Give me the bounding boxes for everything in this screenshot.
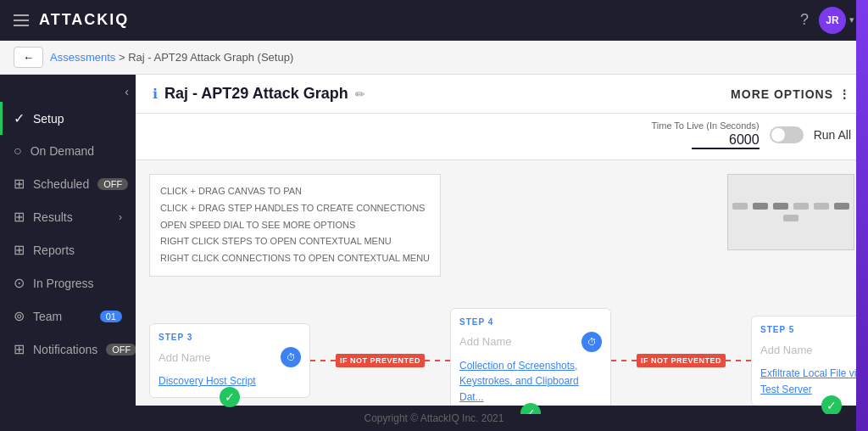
- in-progress-icon: ⊙: [14, 275, 25, 291]
- controls-row: Time To Live (In Seconds) Run All: [136, 114, 868, 160]
- mini-map-dots: [728, 203, 854, 221]
- connector-1: IF NOT PREVENTED: [310, 354, 450, 367]
- step-5-header: Add Name ⏱: [760, 339, 868, 360]
- assessments-link[interactable]: Assessments: [50, 51, 115, 64]
- step-3-link[interactable]: Discovery Host Script: [159, 375, 256, 387]
- connector-2: IF NOT PREVENTED: [611, 354, 751, 367]
- content-area: ℹ Raj - APT29 Attack Graph ✏ MORE OPTION…: [136, 75, 868, 431]
- step-card-5: STEP 5 Add Name ⏱ Exfiltrate Local File …: [751, 316, 868, 406]
- notifications-icon: ⊞: [14, 341, 25, 357]
- steps-row: STEP 3 Add Name ⏱ Discovery Host Script …: [149, 308, 868, 414]
- mini-map-dot: [783, 215, 798, 221]
- help-icon[interactable]: ?: [800, 11, 809, 29]
- dashed-line-3: [611, 360, 637, 361]
- results-icon: ⊞: [14, 209, 25, 225]
- page-header: ℹ Raj - APT29 Attack Graph ✏ MORE OPTION…: [136, 75, 868, 114]
- run-all-toggle[interactable]: [770, 126, 804, 143]
- sidebar: ‹ ✓ Setup ○ On Demand ⊞ Scheduled OFF ⊞ …: [0, 75, 136, 431]
- step-4-check: ✓: [520, 403, 541, 414]
- mini-map: [727, 174, 854, 250]
- mini-map-dot: [814, 203, 829, 210]
- run-all-label: Run All: [814, 128, 851, 142]
- sidebar-item-label-results: Results: [33, 210, 73, 224]
- step-3-name: Add Name: [159, 351, 210, 364]
- sidebar-item-reports[interactable]: ⊞ Reports: [0, 233, 136, 266]
- team-badge: 01: [100, 311, 122, 322]
- step-5-number: STEP 5: [760, 325, 868, 334]
- nav-left: ATTACKIQ: [14, 11, 129, 29]
- sidebar-item-in-progress[interactable]: ⊙ In Progress: [0, 266, 136, 299]
- instruction-4: RIGHT CLICK STEPS TO OPEN CONTEXTUAL MEN…: [160, 233, 430, 250]
- results-expand-icon: ›: [119, 211, 122, 223]
- sidebar-item-scheduled[interactable]: ⊞ Scheduled OFF: [0, 167, 136, 200]
- sidebar-item-label-on-demand: On Demand: [31, 144, 94, 158]
- mini-map-dot: [773, 203, 788, 210]
- more-options-label: MORE OPTIONS: [731, 87, 833, 101]
- breadcrumb-separator: >: [119, 51, 125, 64]
- sidebar-item-results[interactable]: ⊞ Results ›: [0, 200, 136, 233]
- back-button[interactable]: ←: [14, 47, 43, 68]
- breadcrumb-bar: ← Assessments > Raj - APT29 Attack Graph…: [0, 41, 868, 75]
- step-3-number: STEP 3: [159, 333, 301, 342]
- instructions-box: CLICK + DRAG CANVAS TO PAN CLICK + DRAG …: [149, 174, 441, 277]
- user-menu[interactable]: JR ▾: [819, 7, 854, 34]
- sidebar-collapse-button[interactable]: ‹: [125, 85, 129, 98]
- step-5-link[interactable]: Exfiltrate Local File via DNS to Test Se…: [760, 367, 868, 395]
- instruction-5: RIGHT CLICK CONNECTIONS TO OPEN CONTEXTU…: [160, 250, 430, 267]
- edit-icon[interactable]: ✏: [355, 87, 365, 101]
- if-not-prevented-1: IF NOT PREVENTED: [336, 354, 425, 367]
- step-5-name: Add Name: [760, 344, 812, 356]
- page-title: Raj - APT29 Attack Graph: [164, 85, 348, 103]
- nav-right: ? JR ▾: [800, 7, 854, 34]
- ttl-input[interactable]: [692, 132, 760, 149]
- if-not-prevented-2: IF NOT PREVENTED: [637, 354, 726, 367]
- step-3-check: ✓: [220, 387, 240, 407]
- page-title-row: ℹ Raj - APT29 Attack Graph ✏: [153, 85, 365, 103]
- mini-map-dot: [732, 203, 748, 210]
- step-4-name: Add Name: [459, 335, 511, 348]
- more-options-icon: ⋮: [838, 87, 851, 101]
- step-5-check: ✓: [821, 395, 842, 414]
- step-4-number: STEP 4: [459, 317, 602, 327]
- step-4-header: Add Name ⏱: [459, 332, 602, 352]
- breadcrumb-current: Raj - APT29 Attack Graph (Setup): [128, 51, 293, 64]
- sidebar-item-label-reports: Reports: [33, 243, 75, 257]
- step-3-clock[interactable]: ⏱: [281, 347, 301, 367]
- sidebar-item-label-team: Team: [33, 310, 62, 323]
- avatar: JR: [819, 7, 846, 34]
- sidebar-item-setup[interactable]: ✓ Setup: [0, 102, 136, 135]
- sidebar-item-notifications[interactable]: ⊞ Notifications OFF: [0, 333, 136, 366]
- mini-map-dot: [834, 203, 849, 210]
- sidebar-item-label-in-progress: In Progress: [33, 277, 94, 290]
- dashed-line-1: [310, 360, 336, 361]
- sidebar-item-on-demand[interactable]: ○ On Demand: [0, 135, 136, 167]
- step-3-header: Add Name ⏱: [159, 347, 301, 367]
- sidebar-item-label-setup: Setup: [33, 112, 64, 126]
- step-4-clock[interactable]: ⏱: [581, 332, 602, 352]
- sidebar-item-team[interactable]: ⊚ Team 01: [0, 299, 136, 333]
- canvas-area[interactable]: CLICK + DRAG CANVAS TO PAN CLICK + DRAG …: [136, 160, 868, 431]
- setup-icon: ✓: [14, 110, 25, 126]
- step-card-3: STEP 3 Add Name ⏱ Discovery Host Script …: [149, 323, 310, 398]
- sidebar-item-label-scheduled: Scheduled: [33, 177, 89, 191]
- dashed-line-4: [726, 360, 751, 361]
- copyright-text: Copyright © AttackIQ Inc. 2021: [364, 412, 504, 424]
- team-icon: ⊚: [14, 308, 25, 324]
- breadcrumb: Assessments > Raj - APT29 Attack Graph (…: [50, 51, 293, 64]
- top-nav: ATTACKIQ ? JR ▾: [0, 0, 868, 41]
- scheduled-badge: OFF: [97, 178, 128, 190]
- step-card-4: STEP 4 Add Name ⏱ Collection of Screensh…: [450, 308, 611, 414]
- notifications-badge: OFF: [106, 344, 136, 355]
- step-4-link[interactable]: Collection of Screenshots, Keystrokes, a…: [459, 360, 579, 404]
- logo: ATTACKIQ: [39, 11, 129, 29]
- hamburger-menu[interactable]: [14, 14, 29, 26]
- dashed-line-2: [425, 360, 450, 361]
- mini-map-dot: [793, 203, 809, 210]
- sidebar-header: ‹: [0, 81, 136, 102]
- purple-decoration-bar: [856, 0, 868, 431]
- more-options-button[interactable]: MORE OPTIONS ⋮: [731, 87, 851, 101]
- sidebar-item-label-notifications: Notifications: [33, 343, 97, 356]
- scheduled-icon: ⊞: [14, 176, 25, 192]
- footer: Copyright © AttackIQ Inc. 2021: [136, 406, 868, 431]
- instruction-1: CLICK + DRAG CANVAS TO PAN: [160, 183, 430, 200]
